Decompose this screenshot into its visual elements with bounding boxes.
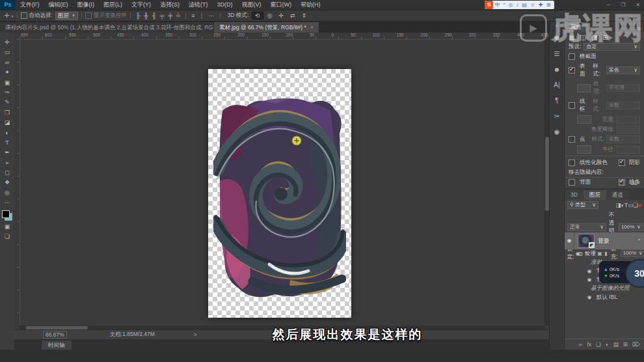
align-icon[interactable]: ╤: [158, 12, 166, 19]
ime-icon[interactable]: ☺: [528, 1, 537, 9]
menu-item[interactable]: 图像(I): [73, 0, 100, 10]
layer-filter-dropdown[interactable]: ⚲ 类型 ∨: [567, 201, 598, 209]
tool-button[interactable]: ✑: [0, 88, 14, 98]
layers-panel-tab[interactable]: 通道: [606, 190, 629, 200]
properties-footer-icon[interactable]: ⌦: [630, 180, 639, 186]
align-icon[interactable]: ╢: [150, 12, 158, 19]
tool-button[interactable]: ❖: [0, 178, 14, 188]
properties-subtab-icon[interactable]: ◨: [591, 34, 597, 41]
tool-button[interactable]: ❐: [0, 108, 14, 118]
tool-button[interactable]: ◻: [0, 168, 14, 178]
menu-item[interactable]: 编辑(E): [44, 0, 73, 10]
auto-select-checkbox[interactable]: [21, 12, 27, 19]
sublayer-eye-icon[interactable]: ◉: [585, 294, 594, 300]
distribute-icon[interactable]: ⋯: [207, 12, 217, 19]
opacity-field[interactable]: 100%∨: [619, 223, 643, 231]
ime-icon[interactable]: ◎: [507, 1, 515, 9]
expand-panels-icon[interactable]: «: [550, 21, 564, 31]
point-color-swatch[interactable]: [577, 145, 591, 154]
tool-button[interactable]: ◐: [0, 128, 14, 138]
collapsed-panel-icon[interactable]: ¶: [550, 93, 564, 109]
collapsed-panel-icon[interactable]: ☰: [550, 46, 564, 62]
tool-button[interactable]: T: [0, 138, 14, 148]
layer-thumbnail[interactable]: ◩: [578, 234, 595, 248]
menu-item[interactable]: 滤镜(T): [184, 0, 213, 10]
3d-mode-icon[interactable]: ⇕: [299, 12, 310, 19]
sublayer-eye-icon[interactable]: ◉: [585, 268, 594, 274]
screen-mode-button[interactable]: ❏: [0, 232, 14, 242]
properties-subtab-icon[interactable]: ◫: [580, 34, 585, 41]
align-icon[interactable]: ╪: [166, 12, 174, 19]
wireframe-color-swatch[interactable]: [577, 115, 591, 124]
tool-button[interactable]: ∞: [0, 58, 14, 68]
panel-menu-icon[interactable]: ≡: [634, 25, 644, 32]
ime-icon[interactable]: ♪: [515, 1, 520, 9]
window-control-button[interactable]: ✕: [636, 2, 640, 8]
show-transform-checkbox[interactable]: [85, 12, 92, 19]
window-control-button[interactable]: ❐: [621, 2, 625, 8]
artwork-3d-swirl[interactable]: [213, 85, 346, 299]
sublayer-eye-icon[interactable]: ◉: [585, 277, 594, 283]
menu-item[interactable]: 3D(D): [213, 0, 237, 10]
collapsed-panel-icon[interactable]: ✂: [550, 109, 564, 124]
tab-properties[interactable]: 属性: [565, 22, 587, 32]
properties-footer-icon[interactable]: ❒: [619, 180, 624, 186]
ime-toolbar[interactable]: S 中”◎♪▤☺✚⊞: [485, 1, 554, 9]
tool-button[interactable]: ✦: [0, 68, 14, 77]
shadow-checkbox[interactable]: [619, 160, 625, 166]
sublayer-eye-icon[interactable]: ◉: [573, 251, 582, 257]
document-tab[interactable]: 素材.jpg @ 66.7% (背景, RGB/8#) * ×: [214, 22, 319, 33]
layer-visibility-eye-icon[interactable]: ◉: [565, 232, 574, 249]
tool-button[interactable]: ◎: [0, 188, 14, 198]
points-checkbox[interactable]: [569, 136, 575, 143]
distribute-icon[interactable]: ⋮: [197, 12, 207, 19]
layer-filter-icon[interactable]: ◨: [616, 202, 621, 208]
ime-icon[interactable]: ▤: [520, 1, 529, 9]
document-canvas[interactable]: [208, 69, 351, 318]
more-tools-button[interactable]: ⋯: [0, 198, 14, 208]
layer-filter-icon[interactable]: ❏: [633, 202, 638, 208]
window-control-button[interactable]: ─: [606, 2, 610, 8]
tool-caret-icon[interactable]: ▾: [12, 14, 14, 18]
align-icon[interactable]: ╧: [174, 12, 182, 19]
ime-icon[interactable]: ✚: [537, 1, 545, 9]
collapsed-panel-icon[interactable]: ☻: [550, 62, 564, 77]
layer-filter-icon[interactable]: ▭: [628, 202, 633, 208]
surface-checkbox[interactable]: [569, 67, 575, 74]
close-tab-icon[interactable]: ×: [310, 22, 314, 33]
menu-item[interactable]: 帮助(H): [296, 0, 325, 10]
blend-mode-dropdown[interactable]: 正常∨: [567, 223, 606, 231]
tool-button[interactable]: ➢: [0, 158, 14, 168]
preset-dropdown[interactable]: 自定∨: [584, 43, 640, 51]
document-tab[interactable]: 课程内容片头.psd @ 50% (1.人物的基本调色 2.云雾场景合成 3.花…: [0, 22, 213, 33]
tool-button[interactable]: ✒: [0, 148, 14, 158]
3d-mode-icon[interactable]: ✛: [276, 12, 287, 19]
3d-mode-icon[interactable]: ◎: [265, 12, 275, 19]
distribute-icon[interactable]: ≡: [189, 12, 196, 19]
current-tool-icon[interactable]: ✛: [3, 12, 12, 19]
wireframe-checkbox[interactable]: [569, 102, 575, 109]
menu-item[interactable]: 文件(F): [16, 0, 44, 10]
menu-item[interactable]: 文字(Y): [127, 0, 155, 10]
3d-mode-icon[interactable]: ⇄: [288, 12, 298, 19]
3d-mode-icon[interactable]: ⟲: [252, 12, 263, 20]
cross-section-checkbox[interactable]: [569, 53, 575, 60]
ime-icon[interactable]: 中: [493, 1, 502, 9]
properties-subtab-icon[interactable]: ▦: [569, 34, 574, 41]
ime-icon[interactable]: ⊞: [544, 1, 552, 9]
linearize-color-checkbox[interactable]: [569, 160, 575, 166]
tool-button[interactable]: ✎: [0, 98, 14, 107]
collapsed-panel-icon[interactable]: A|: [550, 77, 564, 93]
collapsed-panel-icon[interactable]: ◉: [550, 124, 564, 140]
surface-style-dropdown[interactable]: 实色∨: [606, 66, 640, 74]
layers-panel-tab[interactable]: 图层: [584, 190, 606, 200]
menu-item[interactable]: 图层(L): [99, 0, 127, 10]
toolbar-grip[interactable]: ⁙: [0, 33, 14, 38]
layer-filter-icon[interactable]: ●: [638, 202, 641, 208]
align-icon[interactable]: ╟: [134, 12, 142, 19]
quick-mask-button[interactable]: ▣: [0, 222, 14, 232]
sogou-logo-icon[interactable]: S: [485, 1, 493, 9]
foreground-color-swatch[interactable]: [2, 210, 10, 218]
tool-button[interactable]: ◪: [0, 118, 14, 128]
properties-subtab-icon[interactable]: ⊞: [602, 34, 608, 41]
